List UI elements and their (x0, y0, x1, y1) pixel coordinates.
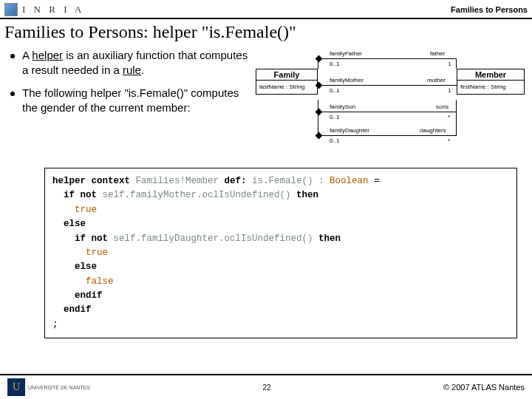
copyright: © 2007 ATLAS Nantes (443, 383, 525, 392)
aggregation-diamond-icon (316, 109, 323, 116)
assoc-label: familySon (330, 103, 355, 110)
code-bool: true (52, 248, 108, 258)
assoc-mult: * (448, 137, 450, 144)
inria-logo-text: I N R I A (22, 4, 84, 16)
code-context: is.Female() : (252, 176, 330, 186)
assoc-label: familyMother (330, 77, 364, 83)
bullet-dot-icon (10, 92, 15, 96)
connector (456, 58, 457, 69)
code-kw: if not (52, 233, 114, 244)
bullet-text-1: A helper is an auxiliary function that c… (22, 48, 250, 78)
assoc-line-mother (318, 85, 457, 86)
code-kw: then (291, 190, 319, 200)
assoc-line-father (318, 58, 457, 59)
bullet-item: A helper is an auxiliary function that c… (6, 48, 250, 78)
aggregation-diamond-icon (316, 132, 323, 140)
code-expr: self.familyDaughter.oclIsUndefined() (114, 233, 313, 244)
assoc-label: familyDaughter (330, 127, 369, 134)
code-kw: helper context (52, 176, 136, 186)
code-kw: else (52, 219, 86, 229)
footer: U UNIVERSITÉ DE NANTES 22 © 2007 ATLAS N… (0, 374, 532, 399)
page-number: 22 (262, 383, 270, 392)
assoc-line-son (318, 112, 457, 112)
text-underline: rule (123, 64, 141, 76)
code-kw: else (52, 262, 97, 272)
assoc-label: father (430, 50, 445, 57)
uml-diagram: Family lastName : String Member firstNam… (256, 48, 526, 159)
bullet-text-2: The following helper "is.Female()" compu… (22, 86, 250, 116)
code-bool: false (52, 276, 114, 287)
assoc-mult: * (448, 114, 450, 120)
class-family: Family lastName : String (256, 69, 318, 95)
assoc-mult: 1 (448, 87, 451, 94)
code-bool: true (52, 205, 97, 215)
content-row: A helper is an auxiliary function that c… (0, 48, 532, 159)
class-member: Member firstName : String (457, 69, 525, 95)
code-kw: endif (52, 304, 92, 315)
class-member-attr: firstName : String (457, 81, 524, 94)
text-underline: helper (32, 49, 63, 61)
bullet-item: The following helper "is.Female()" compu… (6, 86, 250, 116)
top-bar: I N R I A Families to Persons (0, 0, 532, 19)
class-family-name: Family (256, 69, 317, 81)
code-block: helper context Families!Member def: is.F… (44, 168, 517, 338)
assoc-line-daughter (318, 135, 457, 136)
aggregation-diamond-icon (316, 55, 323, 63)
code-kw: then (313, 233, 341, 244)
code-kw: if not (52, 190, 103, 200)
code-type: Boolean (330, 176, 369, 186)
assoc-label: daughters (420, 127, 446, 134)
assoc-label: mother (427, 77, 446, 83)
header-title-right: Families to Persons (451, 5, 528, 14)
class-member-name: Member (457, 69, 524, 81)
code-expr: self.familyMother.oclIsUndefined() (103, 190, 291, 200)
code-text: = (369, 176, 380, 186)
class-family-attr: lastName : String (256, 81, 317, 94)
bullet-dot-icon (10, 54, 15, 58)
assoc-mult: 0..1 (330, 114, 339, 120)
assoc-mult: 0..1 (330, 137, 339, 144)
code-text: ; (52, 319, 58, 330)
inria-logo-icon (4, 3, 18, 16)
assoc-mult: 0..1 (330, 61, 339, 67)
slide-title: Families to Persons: helper "is.Female()… (4, 22, 532, 42)
code-kw: endif (52, 290, 103, 301)
bullet-list: A helper is an auxiliary function that c… (6, 48, 250, 159)
assoc-label: familyFather (330, 50, 362, 57)
assoc-mult: 0..1 (330, 87, 339, 94)
text-fragment: A (22, 49, 32, 61)
code-kw: def: (219, 176, 252, 186)
inria-logo: I N R I A (4, 3, 84, 16)
university-logo-icon: U (7, 378, 25, 396)
connector (318, 100, 318, 135)
university-logo: U UNIVERSITÉ DE NANTES (7, 378, 90, 396)
text-fragment: . (141, 64, 144, 76)
connector (456, 100, 457, 135)
code-context: Families!Member (136, 176, 219, 186)
assoc-label: sons (436, 103, 449, 110)
assoc-mult: 1 (448, 61, 451, 67)
university-name: UNIVERSITÉ DE NANTES (28, 385, 90, 390)
